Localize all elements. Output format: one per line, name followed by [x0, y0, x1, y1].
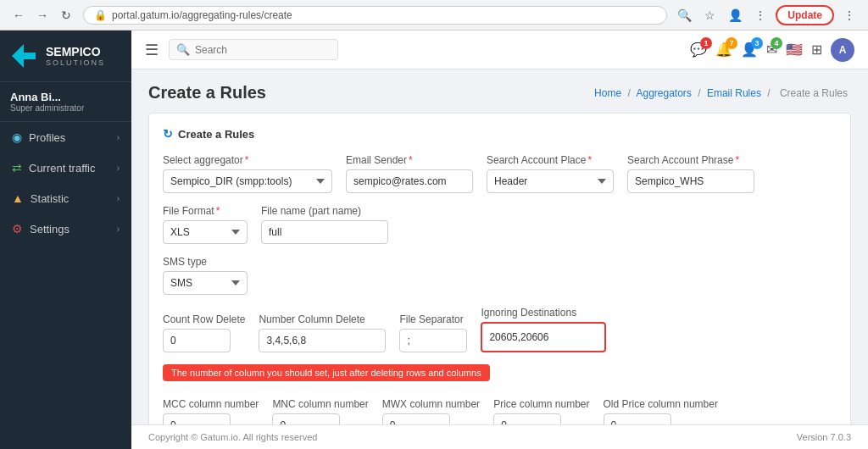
- hamburger-icon[interactable]: ☰: [145, 41, 159, 59]
- sidebar: SEMPICO SOLUTIONS Anna Bi... Super admin…: [0, 30, 131, 449]
- price-column-label: Price column number: [493, 398, 589, 410]
- nav-buttons: ← → ↻: [8, 5, 76, 25]
- file-format-group: File Format* XLS: [163, 205, 248, 244]
- mnc-column-label: MNC column number: [272, 398, 368, 410]
- topbar: ☰ 🔍 💬 1 🔔 7 👤 3 ✉: [131, 30, 868, 69]
- chevron-icon-3: ›: [117, 194, 120, 203]
- price-column-group: Price column number: [493, 398, 589, 424]
- main-area: ☰ 🔍 💬 1 🔔 7 👤 3 ✉: [131, 30, 868, 449]
- form-row-4: Count Row Delete Number Column Delete Fi…: [163, 307, 837, 352]
- count-row-delete-input[interactable]: [163, 329, 231, 352]
- sidebar-label-traffic: Current traffic: [29, 162, 96, 175]
- sms-type-input[interactable]: SMS: [163, 271, 248, 295]
- price-column-input[interactable]: [493, 413, 561, 424]
- mnc-column-group: MNC column number: [272, 398, 368, 424]
- url-text: portal.gatum.io/aggregating-rules/create: [112, 9, 292, 21]
- chevron-icon: ›: [117, 133, 120, 142]
- sidebar-label-profiles: Profiles: [29, 131, 65, 144]
- old-price-column-group: Old Price column number: [604, 398, 718, 424]
- search-icon: 🔍: [176, 43, 190, 56]
- user-role: Super administrator: [10, 103, 121, 113]
- old-price-column-input[interactable]: [604, 413, 671, 424]
- profile-icon[interactable]: 👤: [725, 5, 745, 25]
- reload-button[interactable]: ↻: [56, 5, 76, 25]
- forward-button[interactable]: →: [32, 5, 53, 25]
- mcc-column-input[interactable]: [163, 413, 231, 424]
- sms-type-label: SMS type: [163, 256, 248, 268]
- ignoring-destinations-wrapper: [481, 322, 606, 352]
- breadcrumb-current: Create a Rules: [780, 87, 848, 99]
- old-price-column-label: Old Price column number: [604, 398, 718, 410]
- content-area: Create a Rules Home / Aggregators / Emai…: [131, 69, 868, 424]
- file-name-label: File name (part name): [261, 205, 388, 217]
- select-aggregator-input[interactable]: Sempico_DIR (smpp:tools): [163, 169, 332, 193]
- footer-version: Version 7.0.3: [797, 432, 851, 442]
- breadcrumb: Home / Aggregators / Email Rules / Creat…: [594, 87, 851, 99]
- number-column-delete-group: Number Column Delete: [259, 313, 386, 352]
- form-row-1: Select aggregator* Sempico_DIR (smpp:too…: [163, 154, 837, 193]
- card-icon: ↻: [163, 127, 173, 141]
- count-row-delete-group: Count Row Delete: [163, 313, 245, 352]
- main-card: ↻ Create a Rules Select aggregator* Semp…: [148, 113, 851, 424]
- breadcrumb-aggregators[interactable]: Aggregators: [636, 87, 691, 99]
- sidebar-item-traffic[interactable]: ⇄ Current traffic ›: [0, 152, 131, 183]
- sidebar-label-statistic: Statistic: [31, 192, 70, 205]
- sidebar-label-settings: Settings: [30, 223, 70, 236]
- breadcrumb-home[interactable]: Home: [594, 87, 621, 99]
- email-sender-label: Email Sender*: [346, 154, 473, 166]
- file-name-input[interactable]: [261, 220, 388, 244]
- chevron-icon-2: ›: [117, 164, 120, 173]
- search-account-place-input[interactable]: Header: [487, 169, 614, 193]
- select-aggregator-group: Select aggregator* Sempico_DIR (smpp:too…: [163, 154, 332, 193]
- chat-badge[interactable]: 💬 1: [690, 42, 707, 58]
- mnc-column-input[interactable]: [272, 413, 340, 424]
- search-box[interactable]: 🔍: [169, 39, 338, 60]
- user-info: Anna Bi... Super administrator: [0, 82, 131, 122]
- more-icon[interactable]: ⋮: [839, 5, 860, 25]
- sidebar-item-settings[interactable]: ⚙ Settings ›: [0, 213, 131, 244]
- search-icon[interactable]: 🔍: [674, 5, 694, 25]
- logo-icon: [8, 41, 39, 71]
- back-button[interactable]: ←: [8, 5, 29, 25]
- mwx-column-group: MWX column number: [382, 398, 480, 424]
- mcc-column-label: MCC column number: [163, 398, 259, 410]
- menu-icon[interactable]: ⋮: [750, 5, 771, 25]
- footer-copyright: Copyright © Gatum.io. All rights reserve…: [148, 432, 317, 442]
- sidebar-item-profiles[interactable]: ◉ Profiles ›: [0, 122, 131, 152]
- alert-text: The number of column you should set, jus…: [163, 364, 490, 381]
- ignoring-destinations-input[interactable]: [484, 325, 603, 349]
- notification-badge[interactable]: 🔔 7: [715, 42, 732, 58]
- count-row-delete-label: Count Row Delete: [163, 313, 245, 325]
- notification-count: 7: [726, 37, 737, 49]
- number-column-delete-label: Number Column Delete: [259, 313, 386, 325]
- file-format-input[interactable]: XLS: [163, 220, 248, 244]
- email-sender-input[interactable]: [346, 169, 473, 193]
- file-separator-input[interactable]: [399, 329, 467, 352]
- avatar[interactable]: A: [831, 38, 854, 62]
- update-button[interactable]: Update: [776, 5, 834, 25]
- grid-icon[interactable]: ⊞: [811, 42, 822, 58]
- address-bar[interactable]: 🔒 portal.gatum.io/aggregating-rules/crea…: [83, 6, 667, 25]
- profiles-icon: ◉: [12, 130, 22, 144]
- page-header: Create a Rules Home / Aggregators / Emai…: [148, 83, 851, 103]
- number-column-delete-input[interactable]: [259, 329, 386, 352]
- user-badge[interactable]: 👤 3: [741, 42, 758, 58]
- file-name-group: File name (part name): [261, 205, 388, 244]
- user-name: Anna Bi...: [10, 91, 121, 103]
- file-separator-label: File Separator: [399, 313, 467, 325]
- mail-badge[interactable]: ✉ 4: [766, 42, 777, 58]
- bookmark-icon[interactable]: ☆: [699, 5, 720, 25]
- breadcrumb-email-rules[interactable]: Email Rules: [707, 87, 761, 99]
- search-account-phrase-group: Search Account Phrase*: [627, 154, 754, 193]
- chat-count: 1: [700, 37, 712, 49]
- search-account-phrase-input[interactable]: [627, 169, 754, 193]
- search-input[interactable]: [195, 44, 331, 56]
- mwx-column-input[interactable]: [382, 413, 450, 424]
- flag-icon[interactable]: 🇺🇸: [786, 42, 803, 58]
- svg-marker-0: [12, 44, 36, 68]
- statistic-icon: ▲: [12, 191, 24, 205]
- mcc-column-group: MCC column number: [163, 398, 259, 424]
- mail-count: 4: [771, 37, 782, 49]
- sidebar-item-statistic[interactable]: ▲ Statistic ›: [0, 183, 131, 213]
- lock-icon: 🔒: [94, 9, 107, 21]
